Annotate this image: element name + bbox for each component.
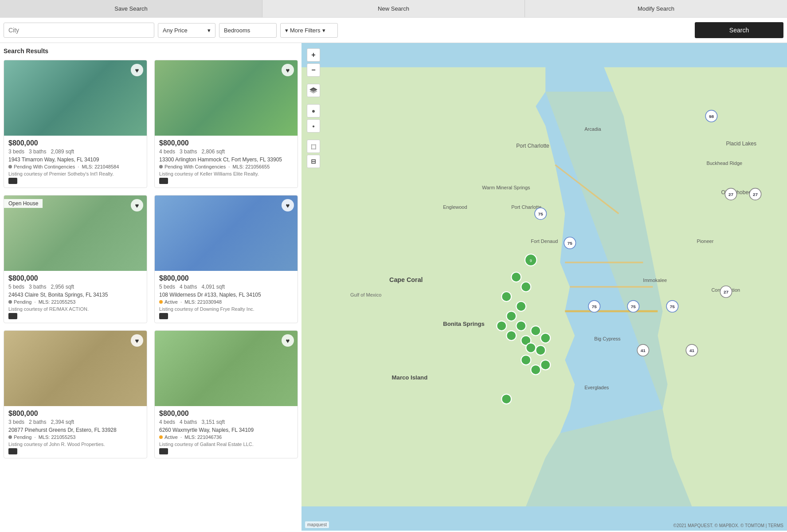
broker-info [8,448,142,454]
svg-text:Cape Coral: Cape Coral [389,276,423,283]
layers-icon [309,87,317,94]
card-body: $800,000 3 beds 2 baths 2,394 sqft 20877… [4,406,147,458]
map-panel: + − ● ● ⬚ ⊟ [301,43,787,531]
new-search-button[interactable]: New Search [262,0,525,17]
price-filter[interactable]: Any Price ▾ [158,23,215,38]
draw-button[interactable]: ⬚ [307,140,320,153]
search-button[interactable]: Search [695,22,783,38]
svg-text:9: 9 [530,258,532,263]
property-address: 1943 Timarron Way, Naples, FL 34109 [8,156,142,163]
property-address: 108 Wilderness Dr #133, Naples, FL 34105 [159,292,293,298]
property-grid: ♥ $800,000 3 beds 3 baths 2,089 sqft 194… [4,60,298,458]
property-status: Active · MLS: 221030948 [159,299,293,305]
favorite-button[interactable]: ♥ [131,334,143,347]
property-address: 6260 Waxmyrtle Way, Naples, FL 34109 [159,427,293,433]
property-card[interactable]: ♥ $800,000 5 beds 4 baths 4,091 sqft 108… [154,195,298,323]
card-image: Open House ♥ [4,196,147,271]
card-badge: Open House [4,199,43,208]
property-price: $800,000 [159,274,293,282]
broker-info [159,313,293,319]
svg-text:Everglades: Everglades [584,385,609,390]
svg-text:Pioneer: Pioneer [697,239,713,244]
property-status: Pending · MLS: 221055253 [8,299,142,305]
svg-point-58 [531,326,540,336]
status-dot [159,165,163,168]
favorite-button[interactable]: ♥ [131,64,143,76]
svg-text:75: 75 [670,304,675,309]
layers-button[interactable] [307,84,320,97]
status-text: Active · MLS: 221030948 [164,299,222,305]
card-image: ♥ [4,60,147,136]
svg-point-56 [506,311,516,321]
card-body: $800,000 4 beds 3 baths 2,806 sqft 13300… [155,136,298,188]
property-status: Pending With Contingencies · MLS: 221056… [159,164,293,169]
status-dot [159,435,163,439]
property-details: 3 beds 3 baths 2,089 sqft [8,149,142,155]
favorite-button[interactable]: ♥ [282,64,294,76]
left-panel: Search Results ♥ $800,000 3 beds 3 baths… [0,43,301,531]
broker-logo [8,448,17,454]
property-card[interactable]: ♥ $800,000 4 beds 4 baths 3,151 sqft 626… [154,330,298,458]
property-price: $800,000 [159,139,293,147]
more-filters-label: More Filters [290,27,321,34]
broker-logo [159,313,168,319]
svg-text:Big Cypress: Big Cypress [594,336,621,341]
card-body: $800,000 5 beds 4 baths 4,091 sqft 108 W… [155,271,298,323]
broker-logo [159,178,168,184]
status-text: Active · MLS: 221046736 [164,434,222,440]
property-card[interactable]: ♥ $800,000 3 beds 2 baths 2,394 sqft 208… [4,330,147,458]
property-card[interactable]: ♥ $800,000 3 beds 3 baths 2,089 sqft 194… [4,60,147,188]
card-body: $800,000 5 beds 3 baths 2,956 sqft 24643… [4,271,147,323]
svg-text:Bonita Springs: Bonita Springs [443,321,485,327]
svg-text:Warm Mineral Springs: Warm Mineral Springs [482,185,530,190]
svg-point-63 [531,365,540,375]
svg-text:27: 27 [724,289,729,294]
top-bar: Save Search New Search Modify Search [0,0,787,18]
more-filters-arrow-right: ▾ [322,27,325,34]
svg-text:75: 75 [631,304,636,309]
filter-bar: Any Price ▾ Bedrooms ▾ More Filters ▾ Se… [0,18,787,43]
favorite-button[interactable]: ♥ [131,199,143,211]
more-filters-arrow-left: ▾ [285,27,288,34]
status-text: Pending With Contingencies · MLS: 221056… [164,164,270,169]
property-address: 13300 Arlington Hammock Ct, Fort Myers, … [159,156,293,163]
svg-point-53 [497,321,506,331]
broker-info [159,448,293,454]
property-price: $800,000 [8,410,142,418]
delete-button[interactable]: ⊟ [307,155,320,168]
zoom-in-button[interactable]: + [307,48,320,62]
zoom-out-button[interactable]: − [307,63,320,77]
property-card[interactable]: Open House ♥ $800,000 5 beds 3 baths 2,9… [4,195,147,323]
property-status: Active · MLS: 221046736 [159,434,293,440]
svg-point-59 [540,333,550,343]
search-results-title: Search Results [4,47,298,55]
card-body: $800,000 4 beds 4 baths 3,151 sqft 6260 … [155,406,298,458]
bedrooms-filter[interactable]: Bedrooms [219,23,277,38]
modify-search-button[interactable]: Modify Search [525,0,787,17]
more-filters[interactable]: ▾ More Filters ▾ [280,23,338,38]
card-image: ♥ [155,196,298,271]
property-status: Pending With Contingencies · MLS: 221048… [8,164,142,169]
dot-large-button[interactable]: ● [307,104,320,117]
bedrooms-label: Bedrooms [224,27,250,34]
svg-point-51 [501,292,511,301]
svg-text:27: 27 [753,192,758,197]
city-input[interactable] [4,23,154,38]
listing-text: Listing courtesy of Premier Sotheby's In… [8,171,142,176]
broker-logo [8,313,17,319]
favorite-button[interactable]: ♥ [282,199,294,211]
svg-point-49 [511,272,521,282]
svg-text:Placid Lakes: Placid Lakes [726,141,756,147]
status-dot [8,300,12,304]
svg-text:Englewood: Englewood [443,204,467,210]
map-attribution-right: ©2021 MAPQUEST. © MAPBOX. © TOMTOM | TER… [673,523,783,528]
favorite-button[interactable]: ♥ [282,334,294,347]
save-search-button[interactable]: Save Search [0,0,262,17]
property-card[interactable]: ♥ $800,000 4 beds 3 baths 2,806 sqft 133… [154,60,298,188]
card-image: ♥ [4,331,147,406]
svg-text:Marco Island: Marco Island [392,374,428,381]
dot-small-button[interactable]: ● [307,119,320,133]
status-dot [8,435,12,439]
svg-text:41: 41 [689,348,695,353]
svg-point-55 [516,321,526,331]
